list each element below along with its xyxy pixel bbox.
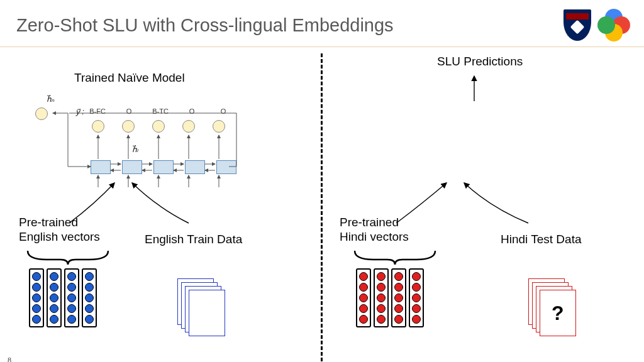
google-knot-icon <box>597 9 630 41</box>
slide-content: Trained Naïve Model h⃗ₙ y⃗ : B-FC O B-TC… <box>0 47 644 362</box>
penn-shield-icon <box>564 9 591 41</box>
question-mark: ? <box>552 302 564 325</box>
english-vector-stack <box>29 268 97 327</box>
slu-predictions-label: SLU Predictions <box>437 55 523 69</box>
right-input-arrows <box>390 179 566 229</box>
english-vectors-label: Pre-trained English vectors <box>19 216 100 244</box>
hindi-vector-stack <box>356 268 424 327</box>
hindi-vectors-label: Pre-trained Hindi vectors <box>340 216 409 244</box>
logo-group <box>564 9 630 41</box>
english-brace-icon <box>25 248 111 266</box>
vertical-divider <box>321 53 323 361</box>
slide-title: Zero-Shot SLU with Cross-lingual Embeddi… <box>16 15 564 36</box>
up-arrow-icon <box>462 72 487 104</box>
page-number: 8 <box>8 356 11 362</box>
hindi-brace-icon <box>352 248 438 266</box>
english-train-data-label: English Train Data <box>145 233 242 246</box>
hindi-test-data-label: Hindi Test Data <box>501 233 582 246</box>
title-bar: Zero-Shot SLU with Cross-lingual Embeddi… <box>0 0 644 47</box>
trained-model-label: Trained Naïve Model <box>74 71 185 85</box>
